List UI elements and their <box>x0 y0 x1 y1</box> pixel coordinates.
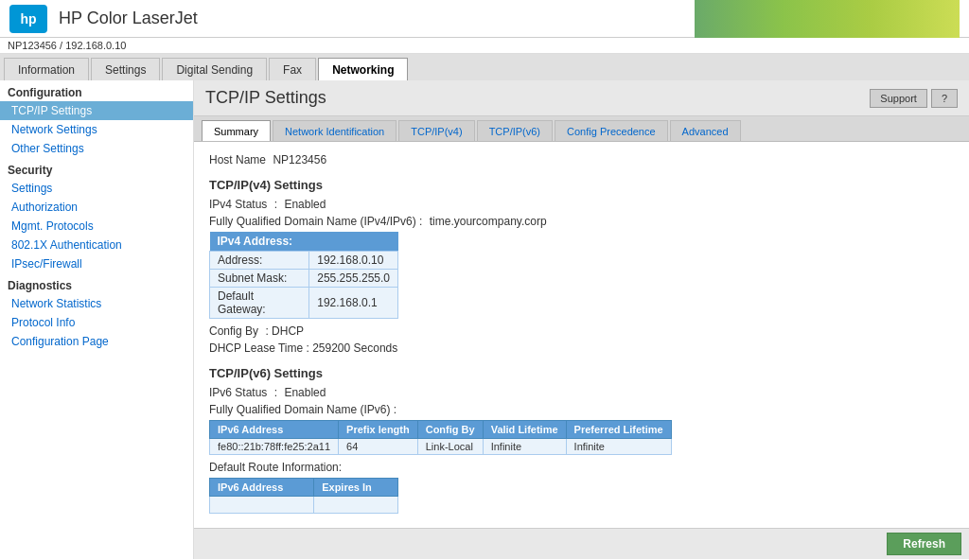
header: hp HP Color LaserJet <box>0 0 969 38</box>
ipv6-col-prefix-length: Prefix length <box>339 421 418 439</box>
table-row: Address:192.168.0.10 <box>210 252 398 270</box>
route-table: IPv6 AddressExpires In <box>209 478 398 514</box>
ipv6-cell: 64 <box>339 439 418 455</box>
support-button[interactable]: Support <box>870 89 927 108</box>
ipv6-col-config-by: Config By <box>417 421 483 439</box>
top-tab-networking[interactable]: Networking <box>318 58 408 80</box>
sidebar-item-settings[interactable]: Settings <box>0 179 193 198</box>
ipv6-fqdn-row: Fully Qualified Domain Name (IPv6) : <box>209 403 954 416</box>
sub-tab-tcp-ip-v6-[interactable]: TCP/IP(v6) <box>477 120 553 141</box>
header-buttons: Support ? <box>870 89 958 108</box>
config-by-label: Config By <box>209 324 258 338</box>
sub-tab-network-identification[interactable]: Network Identification <box>273 120 396 141</box>
ipv4-row-value: 255.255.255.0 <box>309 270 398 288</box>
sidebar-item-other-settings[interactable]: Other Settings <box>0 139 193 158</box>
hostname-value: NP123456 <box>273 153 326 166</box>
ipv6-cell: Link-Local <box>417 439 483 455</box>
ipv6-cell: Infinite <box>483 439 566 455</box>
sidebar-section-security: Security <box>0 158 193 179</box>
sidebar-item-802-1x-authentication[interactable]: 802.1X Authentication <box>0 236 193 254</box>
top-tab-digital-sending[interactable]: Digital Sending <box>162 58 267 80</box>
ipv4-status-row: IPv4 Status : Enabled <box>209 198 954 211</box>
ipv6-status-colon: : <box>274 386 281 399</box>
sidebar-section-diagnostics: Diagnostics <box>0 273 193 294</box>
device-info: NP123456 / 192.168.0.10 <box>8 40 126 51</box>
ipv6-col-valid-lifetime: Valid Lifetime <box>483 421 566 439</box>
ipv6-status-label: IPv6 Status <box>209 386 267 399</box>
sidebar-item-configuration-page[interactable]: Configuration Page <box>0 332 193 351</box>
ipv6-cell: fe80::21b:78ff:fe25:2a11 <box>210 439 339 455</box>
sub-tab-config-precedence[interactable]: Config Precedence <box>555 120 668 141</box>
default-route-row: Default Route Information: <box>209 461 954 474</box>
sidebar-item-mgmt--protocols[interactable]: Mgmt. Protocols <box>0 217 193 236</box>
hostname-label: Host Name <box>209 153 266 166</box>
config-by-row: Config By : DHCP <box>209 324 954 338</box>
ipv4-address-table: IPv4 Address: Address:192.168.0.10Subnet… <box>209 232 398 319</box>
ipv4-row-label: Default Gateway: <box>210 288 309 319</box>
hostname-row: Host Name NP123456 <box>209 153 954 166</box>
config-by-value: : DHCP <box>265 324 304 338</box>
ipv4-table-header: IPv4 Address: <box>210 232 398 252</box>
ipv4-row-value: 192.168.0.10 <box>309 252 398 270</box>
sidebar-item-ipsec/firewall[interactable]: IPsec/Firewall <box>0 254 193 273</box>
tcpv4-section-title: TCP/IP(v4) Settings <box>209 178 954 192</box>
sub-tab-advanced[interactable]: Advanced <box>670 120 741 141</box>
sidebar-item-authorization[interactable]: Authorization <box>0 198 193 217</box>
sidebar-item-network-settings[interactable]: Network Settings <box>0 120 193 139</box>
top-tab-settings[interactable]: Settings <box>91 58 160 80</box>
fqdn-label: Fully Qualified Domain Name (IPv4/IPv6) … <box>209 215 422 228</box>
ipv6-col-preferred-lifetime: Preferred Lifetime <box>566 421 671 439</box>
sidebar-item-protocol-info[interactable]: Protocol Info <box>0 313 193 332</box>
sidebar-item-network-statistics[interactable]: Network Statistics <box>0 294 193 313</box>
ipv6-address-table: IPv6 AddressPrefix lengthConfig ByValid … <box>209 420 672 455</box>
top-tab-fax[interactable]: Fax <box>269 58 316 80</box>
ipv6-status-value: Enabled <box>284 386 326 399</box>
device-bar: NP123456 / 192.168.0.10 <box>0 38 969 54</box>
top-tab-information[interactable]: Information <box>4 58 89 80</box>
content-header: TCP/IP Settings Support ? <box>194 80 969 116</box>
content-body: Host Name NP123456 TCP/IP(v4) Settings I… <box>194 142 969 528</box>
top-nav: InformationSettingsDigital SendingFaxNet… <box>0 54 969 80</box>
table-row: Default Gateway:192.168.0.1 <box>210 288 398 319</box>
bottom-bar: Refresh <box>194 528 969 559</box>
route-col-expires-in: Expires In <box>314 479 398 497</box>
fqdn-row: Fully Qualified Domain Name (IPv4/IPv6) … <box>209 215 954 228</box>
help-button[interactable]: ? <box>931 89 958 108</box>
main-layout: ConfigurationTCP/IP SettingsNetwork Sett… <box>0 80 969 559</box>
ipv4-status-value: Enabled <box>284 198 326 211</box>
ipv6-fqdn-label: Fully Qualified Domain Name (IPv6) : <box>209 403 396 416</box>
sub-tab-tcp-ip-v4-[interactable]: TCP/IP(v4) <box>398 120 474 141</box>
header-image <box>695 0 960 38</box>
ipv4-row-value: 192.168.0.1 <box>309 288 398 319</box>
table-row: fe80::21b:78ff:fe25:2a1164Link-LocalInfi… <box>210 439 672 455</box>
refresh-button[interactable]: Refresh <box>887 533 961 555</box>
ipv4-status-label: IPv4 Status <box>209 198 267 211</box>
ipv6-status-row: IPv6 Status : Enabled <box>209 386 954 399</box>
ipv4-status-colon: : <box>274 198 281 211</box>
ipv4-row-label: Address: <box>210 252 309 270</box>
page-title: TCP/IP Settings <box>205 88 326 108</box>
sidebar-item-tcp/ip-settings[interactable]: TCP/IP Settings <box>0 101 193 120</box>
route-empty-cell2 <box>314 497 398 514</box>
route-col-ipv6-address: IPv6 Address <box>210 479 314 497</box>
sub-tab-summary[interactable]: Summary <box>202 120 271 141</box>
content-area: TCP/IP Settings Support ? SummaryNetwork… <box>194 80 969 559</box>
default-route-label: Default Route Information: <box>209 461 342 474</box>
logo-text: hp <box>20 11 36 26</box>
ipv4-row-label: Subnet Mask: <box>210 270 309 288</box>
fqdn-value: time.yourcompany.corp <box>430 215 547 228</box>
dhcp-lease-row: DHCP Lease Time : 259200 Seconds <box>209 341 954 355</box>
route-empty-cell <box>210 497 314 514</box>
ipv6-col-ipv6-address: IPv6 Address <box>210 421 339 439</box>
ipv6-cell: Infinite <box>566 439 671 455</box>
dhcp-lease-label: DHCP Lease Time : 259200 Seconds <box>209 341 397 355</box>
sub-tabs: SummaryNetwork IdentificationTCP/IP(v4)T… <box>194 116 969 142</box>
app-title: HP Color LaserJet <box>59 9 198 28</box>
table-row: Subnet Mask:255.255.255.0 <box>210 270 398 288</box>
tcpv6-section-title: TCP/IP(v6) Settings <box>209 366 954 380</box>
sidebar-section-configuration: Configuration <box>0 80 193 101</box>
sidebar: ConfigurationTCP/IP SettingsNetwork Sett… <box>0 80 194 559</box>
hp-logo: hp <box>9 5 47 33</box>
